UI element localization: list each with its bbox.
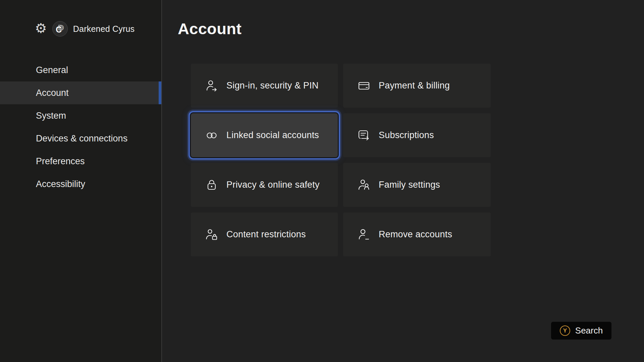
profile-header: ⚙ D C Darkened Cyrus [35,20,135,38]
xbox-settings-screen: { "sidebar": { "profile": { "gamertag": … [0,0,644,362]
active-accent-bar [159,81,161,104]
tile-label: Payment & billing [379,80,450,91]
account-tiles-grid: Sign-in, security & PIN Payment & billin… [191,64,491,256]
tile-content-restrictions[interactable]: Content restrictions [191,213,338,256]
sidebar-nav: General Account System Devices & connect… [0,59,161,195]
tile-remove-accounts[interactable]: Remove accounts [343,213,491,256]
avatar: D C [52,21,68,37]
sidebar-item-label: Account [36,88,69,98]
search-button[interactable]: Y Search [551,322,611,340]
sidebar-item-system[interactable]: System [0,104,161,127]
family-icon [357,178,371,192]
y-glyph: Y [563,328,567,334]
tile-label: Sign-in, security & PIN [226,80,319,91]
tile-label: Linked social accounts [226,130,319,140]
person-arrow-icon [205,79,218,93]
search-button-label: Search [575,325,603,336]
settings-sidebar: ⚙ D C Darkened Cyrus General Account Sys… [0,0,162,362]
tile-privacy-online-safety[interactable]: Privacy & online safety [191,163,338,207]
avatar-monogram: D C [53,21,67,37]
sidebar-item-account[interactable]: Account [0,81,161,104]
tile-subscriptions[interactable]: Subscriptions [343,113,491,157]
tile-linked-social-accounts[interactable]: Linked social accounts [191,113,338,157]
gamertag-label: Darkened Cyrus [73,24,135,34]
sidebar-item-accessibility[interactable]: Accessibility [0,173,161,195]
tile-label: Remove accounts [379,229,452,240]
sidebar-item-general[interactable]: General [0,59,161,81]
settings-gear-icon: ⚙ [35,21,47,35]
tile-payment-billing[interactable]: Payment & billing [343,64,491,108]
sidebar-item-devices-connections[interactable]: Devices & connections [0,127,161,150]
subscriptions-icon [357,129,371,142]
link-icon [205,129,218,142]
lock-icon [205,178,218,192]
page-title: Account [178,19,241,38]
tile-label: Privacy & online safety [226,180,320,190]
tile-label: Content restrictions [226,229,306,240]
tile-sign-in-security-pin[interactable]: Sign-in, security & PIN [191,64,338,108]
person-remove-icon [357,228,371,241]
tile-family-settings[interactable]: Family settings [343,163,491,207]
tile-label: Family settings [379,180,440,190]
sidebar-item-preferences[interactable]: Preferences [0,150,161,173]
controller-y-button-icon: Y [560,325,570,336]
tile-label: Subscriptions [379,130,434,140]
svg-text:C: C [56,25,62,34]
person-lock-icon [205,228,218,241]
credit-card-icon [357,79,371,93]
